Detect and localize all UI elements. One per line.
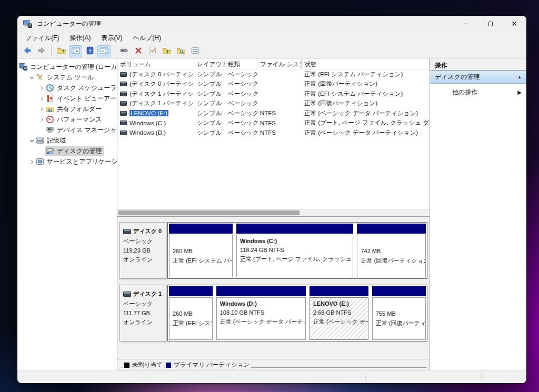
chevron-right-icon[interactable] [38,86,45,91]
column-header-2[interactable]: 種類 [225,59,257,69]
volume-status: 正常 (EFI システム パーティション) [302,71,430,78]
title-bar[interactable]: コンピューターの管理 ✕ [17,16,526,32]
horizontal-scrollbar[interactable] [117,209,430,216]
volume-row[interactable]: Windows (D:)シンプルベーシックNTFS正常 (ベーシック データ パ… [117,128,430,138]
chevron-right-icon[interactable] [28,159,35,164]
tree-item-label: タスク スケジューラ [57,84,117,93]
partition[interactable]: LENOVO (E:)2.68 GB NTFS正常 (ベーシック データ パーテ… [308,285,370,341]
device-button[interactable] [117,45,131,57]
volume-row[interactable]: (ディスク 0 パーティション 4)シンプルベーシック正常 (回復パーティション… [117,79,430,89]
disk-info-panel[interactable]: ディスク 0ベーシック119.23 GBオンライン [119,222,166,279]
partition[interactable]: 260 MB正常 (EFI システム パーティション) [168,223,234,278]
tree-item-computer-management[interactable]: コンピューターの管理 (ローカル) [17,62,117,72]
partition-size: 108.10 GB NTFS [220,308,302,317]
volume-row[interactable]: (ディスク 0 パーティション 1)シンプルベーシック正常 (EFI システム … [117,69,430,79]
tree-item-event-viewer[interactable]: イベント ビューアー [17,93,117,104]
partition-status: 正常 (回復パーティション) [361,256,422,265]
tree-item-performance[interactable]: パフォーマンス [17,114,117,125]
partition[interactable]: Windows (C:)118.24 GB NTFS正常 (ブート, ページ フ… [235,223,354,278]
tree-item-storage[interactable]: 記憶域 [17,135,117,146]
minimize-button[interactable] [454,16,478,32]
open-folder-button[interactable] [160,45,173,57]
legend-swatch [166,363,171,368]
explore-folder-button[interactable] [174,45,187,57]
system-tools-icon [36,73,44,82]
menu-help[interactable]: ヘルプ(H) [127,32,166,44]
tree-item-disk-management[interactable]: ディスクの管理 [17,146,117,156]
volume-type: ベーシック [225,80,257,88]
volume-layout: シンプル [194,80,225,88]
more-actions-item[interactable]: 他の操作 ▶ [430,84,526,100]
services-apps-icon [36,157,44,166]
maximize-button[interactable] [478,16,502,32]
back-button[interactable] [21,45,34,57]
up-one-level-button[interactable] [55,45,68,57]
actions-section-disk-management[interactable]: ディスクの管理 ▲ [430,71,526,84]
partition[interactable]: 260 MB正常 (EFI システム パーティション) [168,285,214,341]
tree-item-label: デバイス マネージャー [57,126,117,135]
chevron-right-icon[interactable] [38,96,45,101]
device-manager-icon [46,126,54,134]
partition-strip: 260 MB正常 (EFI システム パーティション)Windows (D:)1… [167,285,427,341]
volume-name: (ディスク 1 パーティション 1) [129,90,194,98]
collapse-icon[interactable]: ▲ [517,75,522,79]
partition-color-bar [310,286,368,296]
partition[interactable]: 755 MB正常 (回復パーティション) [371,285,427,341]
tree-item-label: イベント ビューアー [57,94,116,103]
disk-type: ベーシック [123,299,164,309]
disk-info-panel[interactable]: ディスク 1ベーシック111.77 GBオンライン [119,285,166,341]
delete-button[interactable] [132,45,145,57]
column-header-3[interactable]: ファイル システム [257,59,302,69]
column-header-4[interactable]: 状態 [302,59,430,69]
console-tree: コンピューターの管理 (ローカル)システム ツールタスク スケジューライベント … [17,59,117,370]
show-action-pane-button[interactable] [97,45,111,57]
open-folder-icon [162,46,172,57]
chevron-down-icon[interactable] [28,138,35,143]
tree-item-label: ディスクの管理 [57,147,102,156]
volume-row[interactable]: (ディスク 1 パーティション 1)シンプルベーシック正常 (EFI システム … [117,89,430,99]
partition-color-bar [169,286,213,296]
volume-row[interactable]: Windows (C:)シンプルベーシックNTFS正常 (ブート, ページ ファ… [117,118,430,128]
volume-type: ベーシック [225,71,257,78]
tree-item-task-scheduler[interactable]: タスク スケジューラ [17,83,117,93]
tree-item-shared-folders[interactable]: 共有フォルダー [17,104,117,114]
menu-view[interactable]: 表示(V) [96,32,127,44]
menu-file[interactable]: ファイル(F) [20,32,64,44]
volume-row[interactable]: LENOVO (E:)シンプルベーシックNTFS正常 (ベーシック データ パー… [117,108,430,118]
chevron-right-icon[interactable] [38,107,45,112]
partition[interactable]: 742 MB正常 (回復パーティション) [356,223,427,278]
forward-button[interactable] [35,45,48,57]
disk-icon [123,229,131,234]
column-header-1[interactable]: レイアウト [194,59,225,69]
partition-title: LENOVO (E:) [313,299,365,308]
disk-size: 119.23 GB [123,246,164,256]
volume-icon [120,92,127,96]
scrollbar-thumb[interactable] [118,210,300,215]
partition[interactable]: Windows (D:)108.10 GB NTFS正常 (ベーシック データ … [215,285,307,341]
chevron-right-icon[interactable] [38,117,45,122]
help-button[interactable]: ? [83,45,96,57]
column-header-0[interactable]: ボリューム [117,59,194,69]
legend-swatch [124,363,129,368]
volume-name-cell: (ディスク 1 パーティション 5) [117,99,194,107]
more-actions-label: 他の操作 [452,88,477,97]
show-console-tree-button[interactable] [69,45,82,57]
volume-status: 正常 (ブート, ページ ファイル, クラッシュ ダンプ, プライマリ パーティ… [302,119,430,127]
disk-title: ディスク 0 [123,227,164,236]
menu-action[interactable]: 操作(A) [64,32,96,44]
volume-layout: シンプル [194,109,225,117]
properties-button[interactable] [188,45,202,57]
volume-type: ベーシック [225,90,257,98]
close-button[interactable]: ✕ [502,16,526,32]
tree-item-system-tools[interactable]: システム ツール [17,72,117,83]
volume-row[interactable]: (ディスク 1 パーティション 5)シンプルベーシック正常 (回復パーティション… [117,99,430,109]
tree-item-services-applications[interactable]: サービスとアプリケーション [17,156,117,167]
volume-name-cell: (ディスク 0 パーティション 4) [117,80,194,88]
tree-item-device-manager[interactable]: デバイス マネージャー [17,125,117,135]
set-active-button[interactable] [146,45,159,57]
tree-item-content: 記憶域 [35,136,68,146]
main-content: コンピューターの管理 (ローカル)システム ツールタスク スケジューライベント … [17,58,526,370]
partition-size: 755 MB [376,309,422,318]
tree-item-label: パフォーマンス [57,115,102,124]
chevron-down-icon[interactable] [28,75,35,80]
